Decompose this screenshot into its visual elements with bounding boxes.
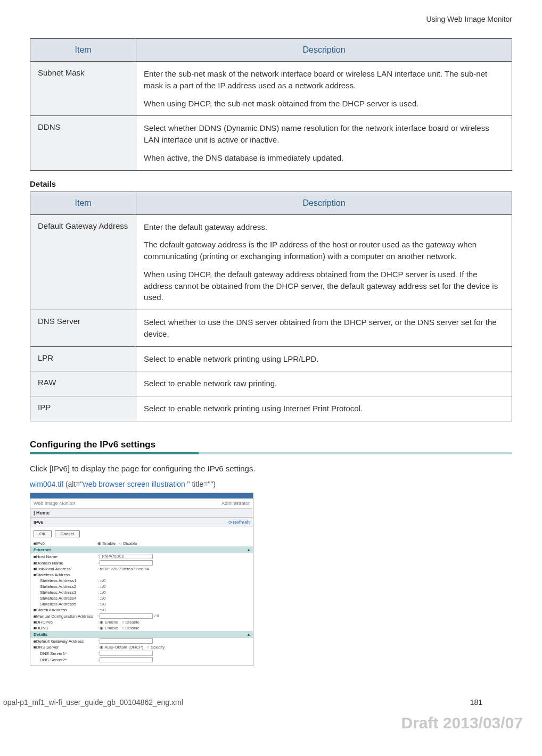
item-cell: IPP — [30, 396, 136, 421]
desc-cell: Select to enable network printing using … — [136, 396, 512, 421]
sb-page-bar: IPv6⟳Refresh — [30, 518, 253, 527]
chevron-up-icon: ▴ — [248, 632, 250, 637]
ipv6-heading: Configuring the IPv6 settings — [30, 439, 512, 452]
desc-paragraph: The default gateway address is the IP ad… — [144, 239, 504, 262]
caption-link: web browser screen illustration — [83, 480, 185, 488]
table-row: RAW Select to enable network raw printin… — [30, 371, 512, 396]
dns1-input[interactable] — [100, 651, 153, 656]
desc-cell: Enter the sub-net mask of the network in… — [136, 62, 512, 116]
sb-label: ■DNS Server — [34, 645, 97, 650]
sb-label: ■IPv6 — [34, 541, 97, 546]
sb-label: ■Default Gateway Address — [34, 639, 97, 644]
radio-enable[interactable] — [97, 541, 102, 546]
caption-text: (alt=" — [63, 480, 83, 488]
sb-label: ■Manual Configuration Address — [34, 614, 97, 619]
desc-paragraph: When active, the DNS database is immedia… — [144, 152, 504, 164]
desc-paragraph: Select to enable network raw printing. — [144, 378, 504, 389]
sb-label: ■Link-local Address — [34, 567, 97, 571]
sb-section-details[interactable]: Details▴ — [30, 631, 253, 638]
desc-paragraph: Select to enable network printing using … — [144, 353, 504, 365]
sb-label: DNS Server2* — [34, 658, 97, 662]
desc-cell: Enter the default gateway address. The d… — [136, 214, 512, 310]
sb-label: ■DHCPv6 — [34, 620, 97, 625]
table-row: LPR Select to enable network printing us… — [30, 346, 512, 371]
desc-paragraph: When using DHCP, the default gateway add… — [144, 269, 504, 303]
sb-label: ■Stateful Address — [34, 608, 97, 612]
radio-enable[interactable] — [100, 626, 104, 630]
table-row: IPP Select to enable network printing us… — [30, 396, 512, 421]
desc-cell: Select to enable network printing using … — [136, 346, 512, 371]
desc-cell: Select whether to use the DNS server obt… — [136, 310, 512, 347]
table-row: DDNS Select whether DDNS (Dynamic DNS) n… — [30, 116, 512, 170]
dns2-input[interactable] — [100, 657, 153, 662]
ok-button[interactable]: OK — [34, 530, 52, 537]
desc-paragraph: Enter the sub-net mask of the network in… — [144, 68, 504, 92]
sb-app-title: Web Image MonitorAdministrator — [30, 499, 253, 508]
item-cell: LPR — [30, 346, 136, 371]
header-section: Using Web Image Monitor — [426, 15, 512, 23]
desc-paragraph: Enter the default gateway address. — [144, 221, 504, 233]
desc-cell: Select whether DDNS (Dynamic DNS) name r… — [136, 116, 512, 170]
desc-paragraph: Select to enable network printing using … — [144, 403, 504, 414]
sb-label: DNS Server1* — [34, 651, 97, 656]
cancel-button[interactable]: Cancel — [55, 530, 80, 537]
sb-label: Stateless Address3 — [34, 590, 97, 595]
radio-disable[interactable] — [119, 541, 123, 546]
item-cell: RAW — [30, 371, 136, 396]
table-details: Item Description Default Gateway Address… — [30, 192, 512, 421]
page-number: 181 — [470, 698, 512, 707]
table1-head-item: Item — [30, 39, 136, 62]
ipv6-screenshot: Web Image MonitorAdministrator | Home IP… — [30, 493, 253, 666]
desc-paragraph: When using DHCP, the sub-net mask obtain… — [144, 98, 504, 110]
draft-watermark: Draft 2013/03/07 — [0, 714, 542, 748]
sb-label: ■Stateless Address — [34, 572, 97, 577]
table-row: Subnet Mask Enter the sub-net mask of th… — [30, 62, 512, 116]
caption-filename: wim004.tif — [30, 480, 63, 488]
desc-paragraph: Select whether to use the DNS server obt… — [144, 317, 504, 340]
table-row: Default Gateway Address Enter the defaul… — [30, 214, 512, 310]
radio-specify[interactable] — [147, 645, 151, 650]
sb-header-bar — [30, 493, 253, 499]
table-subnet-ddns: Item Description Subnet Mask Enter the s… — [30, 38, 512, 171]
radio-enable[interactable] — [100, 620, 104, 625]
item-cell: Default Gateway Address — [30, 214, 136, 310]
domain-name-input[interactable] — [100, 560, 153, 566]
footer-filename: opal-p1_mf1_wi-fi_user_guide_gb_00104862… — [0, 698, 183, 707]
chevron-up-icon: ▴ — [248, 547, 250, 552]
item-cell: Subnet Mask — [30, 62, 136, 116]
sb-label: Stateless Address4 — [34, 596, 97, 601]
item-cell: DDNS — [30, 116, 136, 170]
table2-head-item: Item — [30, 192, 136, 214]
manual-addr-input[interactable] — [100, 613, 153, 619]
details-label: Details — [30, 179, 512, 188]
desc-cell: Select to enable network raw printing. — [136, 371, 512, 396]
caption-text: " title="") — [185, 480, 216, 488]
gateway-input[interactable] — [100, 638, 153, 644]
sb-label: ■Host Name — [34, 554, 97, 559]
table2-head-desc: Description — [136, 192, 512, 214]
ipv6-intro: Click [IPv6] to display the page for con… — [30, 463, 512, 475]
sb-label: Stateless Address2 — [34, 584, 97, 589]
sb-label: ■Domain Name — [34, 561, 97, 566]
sb-section-ethernet[interactable]: Ethernet▴ — [30, 546, 253, 553]
table1-head-desc: Description — [136, 39, 512, 62]
sb-label: Stateless Address5 — [34, 602, 97, 607]
desc-paragraph: Select whether DDNS (Dynamic DNS) name r… — [144, 122, 504, 146]
sb-label: ■DDNS — [34, 626, 97, 630]
page-footer: opal-p1_mf1_wi-fi_user_guide_gb_00104862… — [0, 677, 542, 714]
sb-label: Stateless Address1 — [34, 578, 97, 583]
sb-breadcrumb: | Home — [30, 508, 253, 518]
radio-auto[interactable] — [100, 645, 104, 650]
illustration-caption: wim004.tif (alt="web browser screen illu… — [30, 480, 512, 488]
item-cell: DNS Server — [30, 310, 136, 347]
heading-underline — [30, 452, 512, 454]
table-row: DNS Server Select whether to use the DNS… — [30, 310, 512, 347]
